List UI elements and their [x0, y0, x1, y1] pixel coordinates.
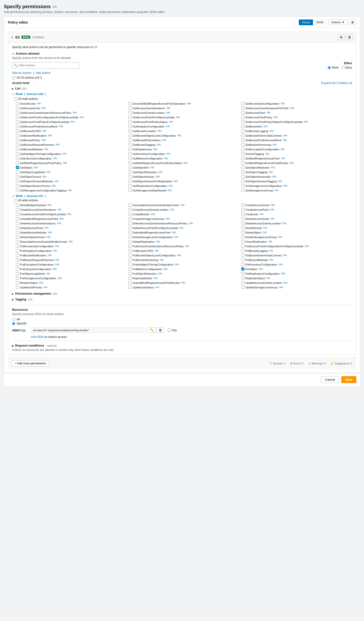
- action-checkbox[interactable]: [128, 166, 132, 169]
- action-info-link[interactable]: Info: [181, 281, 186, 284]
- action-checkbox[interactable]: [241, 111, 244, 114]
- action-checkbox[interactable]: [16, 286, 19, 289]
- action-info-link[interactable]: Info: [290, 107, 294, 109]
- action-info-link[interactable]: Info: [48, 231, 52, 234]
- tagging-header[interactable]: Tagging (12): [12, 297, 352, 302]
- action-checkbox[interactable]: [128, 249, 132, 252]
- action-checkbox[interactable]: [16, 180, 19, 183]
- action-info-link[interactable]: Info: [44, 148, 48, 151]
- action-info-link[interactable]: Info: [263, 226, 267, 229]
- action-info-link[interactable]: Info: [67, 213, 71, 215]
- action-info-link[interactable]: Info: [68, 189, 72, 192]
- action-checkbox[interactable]: [128, 184, 132, 187]
- delete-service-button[interactable]: 🗑: [346, 34, 353, 40]
- action-info-link[interactable]: Info: [174, 180, 178, 183]
- action-info-link[interactable]: Info: [263, 231, 267, 234]
- copy-service-button[interactable]: ⊕: [338, 34, 345, 40]
- action-checkbox[interactable]: [16, 129, 19, 133]
- action-info-link[interactable]: Info: [59, 125, 63, 128]
- action-checkbox[interactable]: [128, 217, 132, 220]
- action-info-link[interactable]: Info: [281, 157, 285, 160]
- action-info-link[interactable]: Info: [279, 263, 283, 266]
- action-info-link[interactable]: Info: [271, 217, 275, 220]
- action-checkbox[interactable]: [16, 106, 19, 110]
- action-info-link[interactable]: Info: [57, 222, 61, 225]
- action-info-link[interactable]: Info: [167, 153, 171, 155]
- action-info-link[interactable]: Info: [283, 281, 288, 284]
- collapse-all-link[interactable]: Collapse all: [337, 81, 352, 85]
- action-info-link[interactable]: Info: [47, 204, 52, 206]
- action-info-link[interactable]: Info: [57, 208, 62, 211]
- all-radio[interactable]: [12, 318, 15, 321]
- action-info-link[interactable]: Info: [73, 111, 77, 114]
- action-checkbox[interactable]: [241, 180, 244, 183]
- action-info-link[interactable]: Info: [46, 272, 50, 275]
- action-info-link[interactable]: Info: [156, 240, 160, 243]
- action-info-link[interactable]: Info: [43, 175, 47, 178]
- action-checkbox[interactable]: [128, 208, 132, 211]
- action-checkbox[interactable]: [241, 263, 244, 266]
- action-checkbox[interactable]: [16, 204, 19, 207]
- action-info-link[interactable]: Info: [269, 249, 273, 252]
- action-info-link[interactable]: Info: [42, 139, 46, 141]
- action-checkbox[interactable]: [241, 189, 244, 192]
- action-info-link[interactable]: Info: [281, 102, 285, 105]
- action-checkbox[interactable]: [241, 166, 244, 169]
- action-info-link[interactable]: Info: [48, 134, 52, 137]
- action-checkbox[interactable]: [241, 254, 244, 257]
- action-info-link[interactable]: Info: [53, 268, 57, 270]
- all-write-checkbox[interactable]: [14, 199, 17, 202]
- action-info-link[interactable]: Info: [279, 286, 283, 289]
- action-info-link[interactable]: Info: [155, 249, 159, 252]
- service-link[interactable]: S3: [94, 45, 97, 49]
- action-checkbox[interactable]: [128, 222, 132, 225]
- action-checkbox[interactable]: [128, 111, 132, 114]
- action-info-link[interactable]: Info: [55, 245, 59, 247]
- action-checkbox[interactable]: [128, 204, 132, 207]
- action-checkbox[interactable]: [16, 189, 19, 192]
- edit-arn-button[interactable]: ✏️: [148, 327, 156, 333]
- manual-actions-link[interactable]: Manual actions: [12, 71, 32, 75]
- action-info-link[interactable]: Info: [156, 175, 160, 178]
- action-checkbox[interactable]: [16, 175, 19, 178]
- any-checkbox[interactable]: [168, 328, 171, 332]
- action-checkbox[interactable]: [16, 134, 19, 137]
- action-checkbox[interactable]: [241, 148, 244, 151]
- action-checkbox[interactable]: [241, 138, 244, 142]
- action-info-link[interactable]: Info: [184, 162, 188, 164]
- action-info-link[interactable]: Info: [164, 268, 168, 270]
- action-info-link[interactable]: Info: [153, 148, 157, 151]
- action-info-link[interactable]: Info: [283, 254, 287, 257]
- action-checkbox[interactable]: [128, 245, 132, 248]
- action-info-link[interactable]: Info: [259, 268, 263, 270]
- action-info-link[interactable]: Info: [157, 130, 162, 132]
- action-checkbox[interactable]: [241, 120, 244, 123]
- action-info-link[interactable]: Info: [281, 272, 285, 275]
- action-checkbox[interactable]: [128, 175, 132, 178]
- action-info-link[interactable]: Info: [172, 231, 176, 234]
- visual-button[interactable]: Visual: [299, 19, 313, 25]
- action-checkbox[interactable]: [128, 106, 132, 110]
- action-info-link[interactable]: Info: [169, 185, 173, 187]
- action-checkbox[interactable]: [241, 217, 244, 220]
- action-checkbox[interactable]: [16, 138, 19, 142]
- all-read-checkbox[interactable]: [14, 97, 17, 101]
- resource-info-link[interactable]: Info: [21, 329, 26, 332]
- action-checkbox[interactable]: [128, 180, 132, 183]
- action-checkbox[interactable]: [128, 125, 132, 128]
- action-info-link[interactable]: Info: [283, 139, 287, 141]
- action-info-link[interactable]: Info: [158, 272, 162, 275]
- action-info-link[interactable]: Info: [46, 171, 51, 173]
- delete-arn-button[interactable]: 🗑: [157, 327, 164, 333]
- action-checkbox[interactable]: [241, 213, 244, 216]
- action-info-link[interactable]: Info: [42, 130, 46, 132]
- action-info-link[interactable]: Info: [266, 277, 270, 279]
- action-checkbox[interactable]: [241, 235, 244, 239]
- action-checkbox[interactable]: [241, 286, 244, 289]
- action-checkbox[interactable]: [241, 171, 244, 174]
- action-checkbox[interactable]: [128, 286, 132, 289]
- action-info-link[interactable]: Info: [53, 157, 57, 160]
- action-checkbox[interactable]: [241, 102, 244, 105]
- action-info-link[interactable]: Info: [282, 222, 287, 225]
- resource-arn-input[interactable]: [31, 328, 146, 333]
